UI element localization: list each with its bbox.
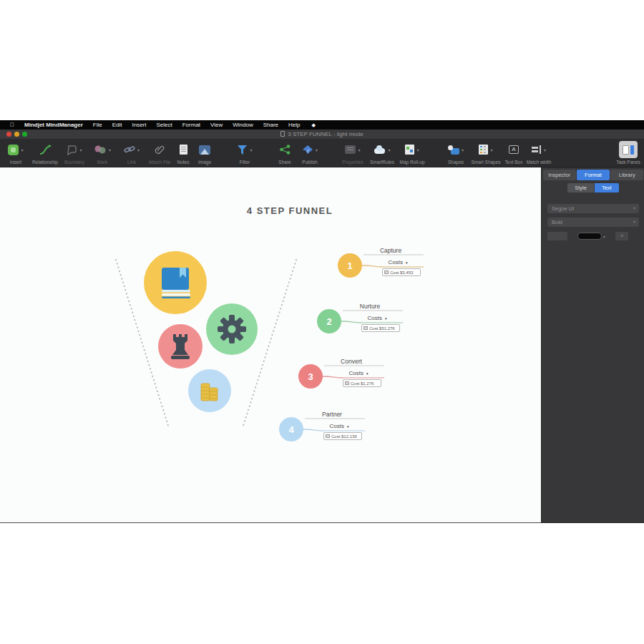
topic-capture[interactable]: Capture	[380, 247, 401, 254]
subtab-text[interactable]: Text	[595, 183, 619, 192]
step-number: 2	[326, 316, 331, 327]
toolbar: ▾ Insert Relationship ▾ Boundary ▾ Mark …	[0, 139, 644, 167]
map-canvas[interactable]: 4 STEP FUNNEL	[0, 167, 541, 523]
toolbar-task-panes[interactable]: Task Panes	[617, 141, 640, 165]
rook-icon	[170, 333, 191, 360]
subtopic-costs-2[interactable]: Costs▾	[368, 315, 387, 321]
topic-convert[interactable]: Convert	[341, 358, 362, 365]
apple-logo-icon[interactable]: ︎	[10, 122, 14, 128]
menu-select[interactable]: Select	[156, 122, 172, 128]
toolbar-map-rollup[interactable]: ▾ Map Roll-up	[392, 141, 432, 165]
menu-edit[interactable]: Edit	[112, 122, 122, 128]
shapes-icon	[448, 145, 459, 155]
map-rollup-icon	[405, 145, 414, 155]
tab-inspector[interactable]: Inspector	[543, 170, 576, 180]
cost-tag-icon	[345, 381, 349, 385]
topic-partner[interactable]: Partner	[322, 411, 342, 418]
step-number: 4	[288, 424, 293, 435]
funnel-image-book[interactable]	[144, 251, 207, 314]
document-title: 3 STEP FUNNEL - light mode	[0, 131, 644, 137]
menu-help[interactable]: Help	[288, 122, 300, 128]
presenter-icon[interactable]: ◆	[312, 122, 316, 128]
cost-value-box-3[interactable]: Cost $1,276	[343, 379, 381, 387]
mark-icon	[94, 145, 107, 155]
image-icon	[199, 145, 210, 155]
font-family-select[interactable]: Segoe UI▾	[547, 204, 639, 213]
document-icon	[280, 131, 285, 137]
sidebar-subtabs: Style Text	[542, 183, 644, 192]
smartrules-icon	[374, 145, 386, 155]
toolbar-filter[interactable]: ▾ Filter	[225, 141, 265, 165]
publish-icon	[302, 145, 313, 155]
step-circle-4[interactable]: 4	[279, 417, 303, 441]
collapse-arrow-icon[interactable]: ▾	[406, 260, 408, 265]
share-icon	[280, 145, 291, 155]
step-number: 1	[347, 260, 352, 271]
menu-insert[interactable]: Insert	[132, 122, 146, 128]
coins-icon	[200, 380, 220, 401]
text-box-icon: A	[509, 145, 519, 154]
task-panes-icon	[619, 141, 638, 158]
subtab-style[interactable]: Style	[567, 183, 594, 192]
chevron-down-icon: ▾	[21, 147, 23, 152]
screen: ︎ Mindjet MindManager File Edit Insert …	[0, 0, 644, 644]
gear-icon	[216, 313, 248, 345]
step-circle-2[interactable]: 2	[317, 309, 341, 333]
toolbar-match-width[interactable]: ▾ Match width	[519, 141, 559, 165]
subtopic-costs-4[interactable]: Costs▾	[330, 423, 349, 429]
funnel-icon	[237, 145, 248, 155]
title-bar: 3 STEP FUNNEL - light mode	[0, 130, 644, 139]
font-weight-select[interactable]: Bold▾	[547, 218, 639, 227]
cost-value-box-2[interactable]: Cost $31,276	[361, 324, 400, 332]
line-spacing-button[interactable]: ≡	[615, 232, 628, 240]
branch-connector	[303, 429, 323, 431]
cost-value-box-1[interactable]: Cost $3,453	[382, 268, 421, 276]
menu-bar: ︎ Mindjet MindManager File Edit Insert …	[0, 120, 644, 130]
toolbar-image[interactable]: Image	[185, 141, 225, 165]
properties-icon	[345, 145, 356, 154]
branch-connector	[362, 265, 382, 267]
font-color-picker[interactable]: ▾	[577, 233, 605, 240]
subtopic-costs-3[interactable]: Costs▾	[349, 370, 369, 376]
menu-app-name[interactable]: Mindjet MindManager	[24, 122, 83, 128]
insert-icon	[8, 145, 19, 155]
book-icon	[158, 266, 192, 299]
sidebar-tabs: Inspector Format Library	[542, 170, 644, 180]
step-circle-3[interactable]: 3	[298, 364, 323, 389]
menu-file[interactable]: File	[93, 122, 102, 128]
chevron-down-icon: ▾	[603, 234, 605, 239]
font-size-input[interactable]	[547, 232, 567, 240]
cost-tag-icon	[384, 270, 389, 274]
smart-shapes-icon	[479, 145, 488, 155]
tab-format[interactable]: Format	[577, 170, 610, 180]
menu-format[interactable]: Format	[182, 122, 200, 128]
boundary-icon	[67, 145, 77, 155]
collapse-arrow-icon[interactable]: ▾	[385, 316, 387, 321]
match-width-icon	[532, 145, 542, 154]
funnel-lines-layer	[0, 167, 541, 523]
subtopic-costs-1[interactable]: Costs▾	[389, 259, 408, 265]
app-window: ︎ Mindjet MindManager File Edit Insert …	[0, 120, 644, 523]
relationship-icon	[39, 145, 52, 155]
branch-connector	[323, 376, 343, 378]
cost-tag-icon	[364, 326, 368, 330]
menu-window[interactable]: Window	[233, 122, 253, 128]
cost-value-box-4[interactable]: Cost $12,139	[323, 432, 362, 440]
link-icon	[124, 145, 135, 155]
collapse-arrow-icon[interactable]: ▾	[347, 424, 349, 429]
funnel-image-coins[interactable]	[188, 369, 231, 412]
font-options-row: ▾ ≡	[547, 231, 639, 241]
collapse-arrow-icon[interactable]: ▾	[366, 371, 369, 376]
topic-nurture[interactable]: Nurture	[360, 303, 380, 310]
cost-tag-icon	[326, 434, 330, 438]
format-sidebar: Inspector Format Library Style Text Sego…	[541, 167, 644, 523]
color-swatch	[577, 233, 602, 240]
funnel-image-gear[interactable]	[206, 303, 258, 355]
tab-library[interactable]: Library	[610, 170, 643, 180]
menu-share[interactable]: Share	[263, 122, 278, 128]
toolbar-publish[interactable]: ▾ Publish	[290, 141, 330, 165]
branch-connector	[341, 321, 361, 323]
funnel-image-rook[interactable]	[158, 324, 203, 369]
menu-view[interactable]: View	[210, 122, 223, 128]
step-circle-1[interactable]: 1	[338, 253, 362, 278]
